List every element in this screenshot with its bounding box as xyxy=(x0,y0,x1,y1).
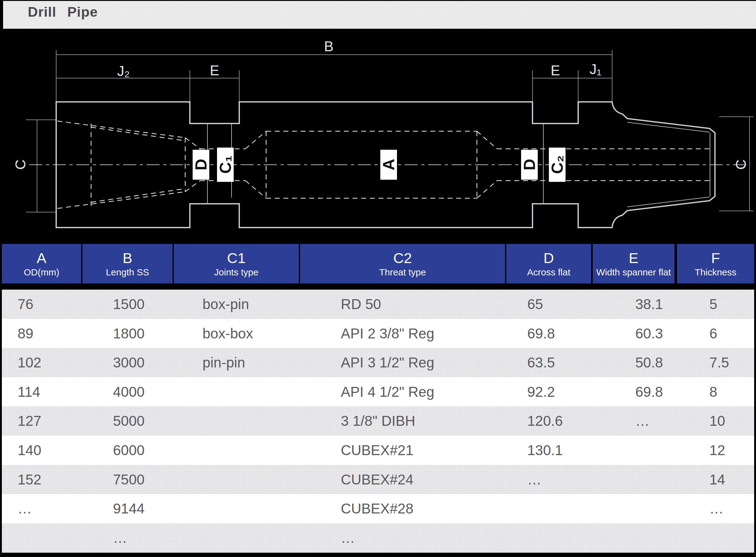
column-letter: C1 xyxy=(227,251,245,266)
cell-d: 92.2 xyxy=(527,377,555,407)
drill-pipe-diagram: B J₂ E E J₁ C C D C₁ A D C₂ xyxy=(0,30,756,244)
cell-b: 7500 xyxy=(113,465,145,494)
label-J1: J₁ xyxy=(589,61,602,77)
cell-b: 5000 xyxy=(113,406,145,436)
cell-a: 127 xyxy=(18,406,41,436)
cell-b: 6000 xyxy=(113,436,145,465)
table-row: …9144CUBEX#28… xyxy=(2,494,754,523)
label-A: A xyxy=(380,159,398,170)
cell-c2: 3 1/8" DIBH xyxy=(341,406,415,436)
column-letter: D xyxy=(544,251,554,266)
cell-d: … xyxy=(527,465,541,494)
cell-a: … xyxy=(18,494,32,523)
column-sublabel: Joints type xyxy=(214,267,259,277)
label-C-left: C xyxy=(12,159,28,170)
cell-f: 10 xyxy=(709,406,725,436)
label-E-right: E xyxy=(551,62,560,79)
cell-a: 102 xyxy=(18,348,41,377)
title-bar: Drill Pipe xyxy=(3,1,756,29)
label-J2: J₂ xyxy=(117,63,130,79)
cell-e: … xyxy=(635,406,649,436)
label-E-left: E xyxy=(210,62,219,79)
label-C-right: C xyxy=(733,159,749,170)
cell-d: 65 xyxy=(527,290,543,319)
cell-a: 114 xyxy=(18,377,40,407)
cell-a: 152 xyxy=(18,465,41,494)
column-header-c1: C1Joints type xyxy=(174,244,299,284)
cell-e: 38.1 xyxy=(635,290,663,319)
cell-c2: API 4 1/2" Reg xyxy=(341,377,434,407)
cell-e: 50.8 xyxy=(635,348,663,377)
table-row: 12750003 1/8" DIBH120.6…10 xyxy=(2,406,754,436)
cell-b: 1800 xyxy=(113,319,145,348)
table-row: 1527500CUBEX#24…14 xyxy=(2,465,754,494)
column-sublabel: Width spanner flat xyxy=(596,267,671,277)
column-sublabel: Thickness xyxy=(695,267,736,277)
column-header-d: DAcross flat xyxy=(506,244,591,284)
cell-c2: … xyxy=(341,523,355,553)
label-D-right: D xyxy=(520,159,538,170)
cell-f: 12 xyxy=(709,436,725,465)
cell-e: 60.3 xyxy=(635,319,663,348)
column-sublabel: Length SS xyxy=(106,267,149,277)
cell-f: 5 xyxy=(709,290,718,319)
cell-c2: CUBEX#21 xyxy=(341,436,413,465)
cell-a: 89 xyxy=(18,319,33,348)
column-letter: B xyxy=(123,251,132,266)
cell-e: 69.8 xyxy=(635,377,663,407)
column-sublabel: Threat type xyxy=(379,267,426,277)
label-B: B xyxy=(324,38,334,54)
cell-c2: CUBEX#24 xyxy=(341,465,413,494)
column-header-f: FThickness xyxy=(677,244,754,284)
column-letter: C2 xyxy=(393,251,412,266)
cell-d: 120.6 xyxy=(527,406,563,436)
cell-c2: API 3 1/2" Reg xyxy=(341,348,434,377)
table-row: 1144000API 4 1/2" Reg92.269.88 xyxy=(2,377,754,407)
cell-b: 4000 xyxy=(113,377,145,407)
column-sublabel: OD(mm) xyxy=(24,267,59,277)
table-row: 891800box-boxAPI 2 3/8" Reg69.860.36 xyxy=(2,319,754,348)
cell-d: 69.8 xyxy=(527,319,555,348)
cell-a: 140 xyxy=(18,436,41,465)
column-header-a: AOD(mm) xyxy=(2,244,81,284)
cell-b: 1500 xyxy=(113,290,145,319)
cell-c1: box-pin xyxy=(203,290,249,319)
cell-a: 76 xyxy=(18,290,33,319)
column-header-b: BLength SS xyxy=(83,244,173,284)
cell-c2: CUBEX#28 xyxy=(341,494,413,523)
page-title: Drill Pipe xyxy=(28,4,98,20)
column-letter: F xyxy=(711,251,720,266)
cell-c1: pin-pin xyxy=(203,348,245,377)
cell-f: 8 xyxy=(709,377,718,407)
column-header-c2: C2Threat type xyxy=(300,244,505,284)
column-letter: E xyxy=(629,251,638,266)
cell-f: 7.5 xyxy=(709,348,729,377)
table-row: …… xyxy=(2,523,754,553)
cell-b: … xyxy=(113,523,127,553)
table-row: 1023000pin-pinAPI 3 1/2" Reg63.550.87.5 xyxy=(2,348,754,377)
label-C2: C₂ xyxy=(548,155,566,174)
cell-b: 9144 xyxy=(113,494,145,523)
table-row: 1406000CUBEX#21130.112 xyxy=(2,436,754,465)
cell-b: 3000 xyxy=(113,348,145,377)
cell-c1: box-box xyxy=(203,319,253,348)
cell-f: 14 xyxy=(709,465,725,494)
weld-lines xyxy=(207,123,543,204)
cell-d: 130.1 xyxy=(527,436,563,465)
label-D-left: D xyxy=(192,159,210,170)
cell-f: … xyxy=(709,494,724,523)
cell-c2: API 2 3/8" Reg xyxy=(341,319,434,348)
cell-d: 63.5 xyxy=(527,348,555,377)
table-row: 761500box-pinRD 506538.15 xyxy=(2,290,754,319)
label-C1: C₁ xyxy=(216,155,234,174)
cell-f: 6 xyxy=(709,319,718,348)
column-header-e: EWidth spanner flat xyxy=(593,244,674,284)
column-sublabel: Across flat xyxy=(527,267,570,277)
cell-c2: RD 50 xyxy=(341,290,381,319)
column-letter: A xyxy=(37,251,46,266)
